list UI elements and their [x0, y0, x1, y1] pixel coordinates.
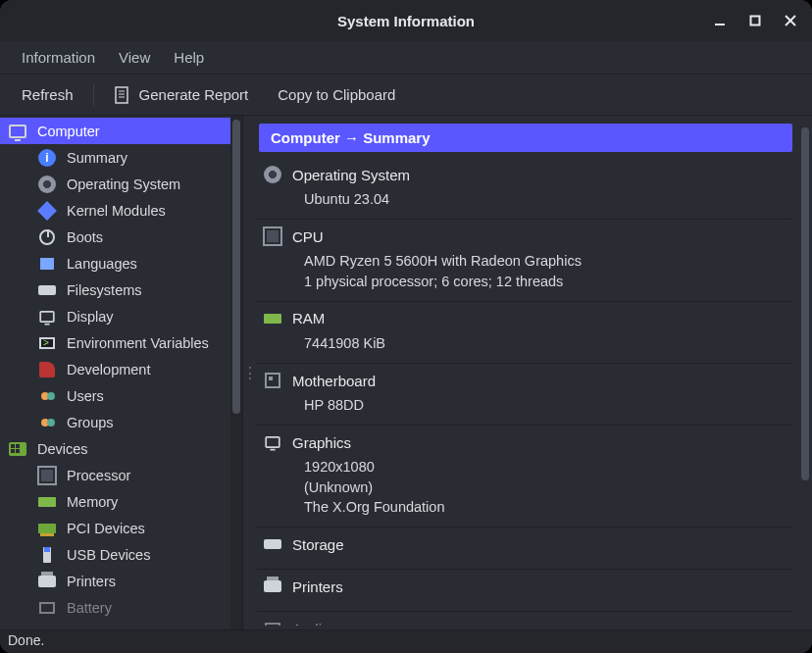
section-value: HP 88DD — [304, 395, 788, 415]
menu-view[interactable]: View — [109, 43, 160, 72]
breadcrumb: Computer → Summary — [259, 124, 792, 152]
monitor-icon — [37, 307, 57, 326]
sidebar-pane: Computer iSummary Operating System Kerne… — [0, 116, 243, 629]
sidebar-item-languages[interactable]: Languages — [0, 250, 230, 276]
copy-clipboard-label: Copy to Clipboard — [278, 86, 395, 103]
sidebar-item-label: Users — [67, 388, 104, 404]
section-title: RAM — [292, 310, 325, 326]
close-button[interactable] — [777, 7, 804, 34]
report-icon — [114, 86, 131, 104]
titlebar[interactable]: System Information — [0, 0, 812, 41]
menu-help[interactable]: Help — [164, 43, 214, 72]
pane-splitter[interactable]: ⋮ — [243, 116, 257, 629]
tool-icon — [37, 360, 57, 379]
sidebar-item-label: Operating System — [67, 176, 180, 192]
sidebar-scrollbar[interactable] — [230, 116, 242, 629]
section-title: Audio — [292, 621, 330, 626]
toolbar: Refresh Generate Report Copy to Clipboar… — [0, 75, 812, 116]
menu-information[interactable]: Information — [12, 43, 105, 72]
section-graphics: Graphics 1920x1080 (Unknown) The X.Org F… — [257, 426, 792, 527]
status-text: Done. — [8, 632, 44, 648]
sidebar-item-label: Battery — [67, 600, 112, 616]
terminal-icon — [37, 333, 57, 353]
sidebar-item-processor[interactable]: Processor — [0, 462, 230, 488]
sidebar-item-development[interactable]: Development — [0, 356, 230, 382]
refresh-button[interactable]: Refresh — [12, 80, 83, 109]
maximize-button[interactable] — [741, 7, 769, 34]
toolbar-separator — [93, 84, 94, 106]
section-title: Operating System — [292, 167, 410, 183]
sidebar-item-filesystems[interactable]: Filesystems — [0, 276, 230, 303]
sidebar-item-boots[interactable]: Boots — [0, 224, 230, 250]
sidebar-item-label: Boots — [67, 229, 103, 245]
section-value: 1 physical processor; 6 cores; 12 thread… — [304, 272, 788, 291]
sidebar-item-groups[interactable]: Groups — [0, 409, 230, 435]
section-value: AMD Ryzen 5 5600H with Radeon Graphics — [304, 251, 788, 271]
printer-icon — [263, 578, 282, 595]
sidebar-category-label: Computer — [37, 124, 100, 139]
power-icon — [37, 227, 57, 247]
info-icon: i — [37, 148, 57, 168]
section-audio: Audio — [257, 612, 792, 626]
svg-rect-1 — [751, 17, 760, 25]
generate-report-button[interactable]: Generate Report — [104, 80, 259, 110]
sidebar-item-printers[interactable]: Printers — [0, 568, 230, 594]
sidebar-item-usb-devices[interactable]: USB Devices — [0, 541, 230, 568]
flag-icon — [37, 254, 57, 274]
drive-icon — [37, 280, 57, 300]
main-pane: Computer → Summary Operating System Ubun… — [257, 116, 812, 629]
usb-icon — [37, 545, 57, 565]
sidebar-tree[interactable]: Computer iSummary Operating System Kerne… — [0, 116, 230, 629]
minimize-button[interactable] — [706, 7, 734, 34]
sidebar-item-label: Processor — [67, 468, 130, 483]
section-motherboard: Motherboard HP 88DD — [257, 364, 792, 426]
sidebar-category-devices[interactable]: Devices — [0, 435, 230, 462]
battery-icon — [37, 598, 57, 618]
sidebar-category-label: Devices — [37, 441, 88, 457]
users-icon — [37, 413, 57, 432]
sidebar-item-environment-variables[interactable]: Environment Variables — [0, 329, 230, 356]
sidebar-item-kernel-modules[interactable]: Kernel Modules — [0, 197, 230, 224]
scrollbar-thumb[interactable] — [801, 127, 809, 480]
generate-report-label: Generate Report — [139, 86, 249, 103]
sidebar-item-pci-devices[interactable]: PCI Devices — [0, 515, 230, 541]
section-title: CPU — [292, 228, 324, 245]
gear-icon — [37, 175, 57, 194]
copy-clipboard-button[interactable]: Copy to Clipboard — [268, 80, 405, 109]
section-value: 1920x1080 — [304, 457, 788, 477]
section-operating-system: Operating System Ubuntu 23.04 — [257, 158, 792, 220]
sidebar-item-users[interactable]: Users — [0, 382, 230, 409]
main-scrollbar[interactable] — [798, 120, 812, 626]
section-value: Ubuntu 23.04 — [304, 189, 788, 209]
sidebar-item-summary[interactable]: iSummary — [0, 144, 230, 171]
sidebar-item-label: Languages — [67, 256, 137, 272]
sidebar-item-label: Display — [67, 309, 114, 325]
section-cpu: CPU AMD Ryzen 5 5600H with Radeon Graphi… — [257, 220, 792, 302]
sidebar-item-label: Summary — [67, 150, 127, 166]
scrollbar-thumb[interactable] — [232, 120, 240, 414]
sidebar-item-battery[interactable]: Battery — [0, 594, 230, 621]
statusbar: Done. — [0, 629, 812, 653]
sidebar-category-computer[interactable]: Computer — [0, 118, 230, 144]
refresh-label: Refresh — [22, 86, 74, 103]
sidebar-item-label: Printers — [67, 574, 116, 589]
section-title: Motherboard — [292, 373, 376, 389]
main-content[interactable]: Computer → Summary Operating System Ubun… — [257, 120, 798, 626]
sidebar-item-label: Filesystems — [67, 282, 142, 298]
chip-icon — [263, 227, 282, 245]
sidebar-item-operating-system[interactable]: Operating System — [0, 171, 230, 197]
window-title: System Information — [0, 13, 812, 29]
pci-icon — [37, 519, 57, 538]
sidebar-item-label: USB Devices — [67, 547, 150, 563]
sidebar-item-display[interactable]: Display — [0, 303, 230, 329]
sidebar-item-label: PCI Devices — [67, 521, 145, 536]
chip-icon — [37, 466, 57, 485]
app-window: System Information Information View Help… — [0, 0, 812, 653]
sidebar-item-label: Memory — [67, 494, 118, 510]
sidebar-item-label: Kernel Modules — [67, 203, 166, 219]
devices-icon — [8, 439, 27, 459]
sidebar-item-memory[interactable]: Memory — [0, 488, 230, 515]
section-ram: RAM 7441908 KiB — [257, 302, 792, 364]
menubar: Information View Help — [0, 41, 812, 75]
diamond-icon — [37, 201, 57, 221]
